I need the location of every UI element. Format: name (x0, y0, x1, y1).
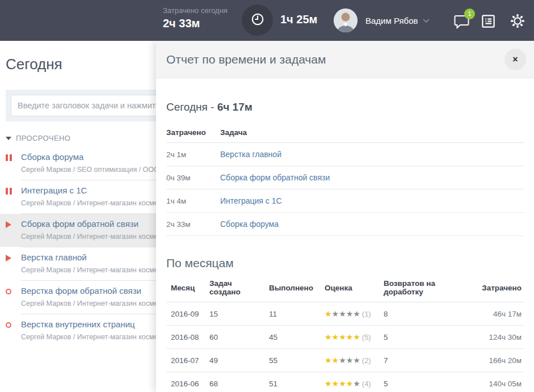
task-link[interactable]: Сборка форума (220, 220, 279, 229)
play-icon[interactable] (6, 254, 14, 262)
task-link[interactable]: Интеграция с 1С (220, 196, 282, 205)
play-icon[interactable] (6, 221, 14, 228)
returns-cell: 8 (379, 302, 476, 326)
done-cell: 55 (264, 349, 320, 372)
spent-time: 2ч 33м (166, 213, 220, 236)
spent-today: Затрачено сегодня 2ч 33м (163, 6, 228, 30)
monthly-table: Месяц Задач создано Выполнено Оценка Воз… (166, 273, 524, 392)
rating-stars: ★★★★★(2) (325, 356, 371, 365)
col-returns: Возвратов на доработку (379, 273, 476, 302)
created-cell: 60 (205, 326, 264, 349)
user-name: Вадим Рябов (365, 16, 418, 26)
col-month: Месяц (166, 273, 205, 302)
spent-time: 0ч 39м (166, 166, 220, 189)
circle-icon[interactable] (6, 321, 14, 328)
col-rating: Оценка (320, 273, 379, 302)
table-row: 1ч 4м Интеграция с 1С (166, 189, 524, 213)
chat-unread-badge: 1 (464, 9, 475, 19)
timer-button[interactable] (242, 5, 273, 36)
chevron-down-icon (423, 19, 430, 23)
rating-stars: ★★★★★(5) (325, 332, 371, 342)
chat-button[interactable]: 1 (453, 14, 471, 32)
user-menu[interactable]: Вадим Рябов (334, 9, 430, 32)
table-row: 2016-08 60 45 ★★★★★(5) 5 124ч 30м (166, 326, 524, 349)
month-cell: 2016-08 (166, 326, 205, 349)
report-list-icon (481, 14, 496, 31)
close-icon: × (512, 55, 518, 64)
pause-icon[interactable] (6, 154, 14, 161)
collapse-triangle-icon (6, 137, 11, 140)
col-spent: Затрачено (476, 273, 524, 302)
table-row: 2ч 33м Сборка форума (166, 213, 524, 236)
created-cell: 68 (205, 372, 264, 392)
avatar (334, 9, 358, 32)
done-cell: 51 (264, 372, 320, 392)
spent-cell: 140ч 05м (476, 372, 524, 392)
spent-today-label: Затрачено сегодня (163, 6, 228, 15)
gear-icon (510, 13, 525, 31)
month-cell: 2016-07 (166, 349, 205, 372)
today-total: Сегодня - 6ч 17м (166, 101, 524, 113)
returns-cell: 5 (379, 372, 476, 392)
monthly-title: По месяцам (166, 256, 524, 270)
spent-time: 1ч 4м (166, 189, 220, 213)
done-cell: 11 (264, 302, 320, 326)
spent-today-value: 2ч 33м (163, 17, 228, 30)
timer-value: 1ч 25м (280, 13, 317, 26)
created-cell: 15 (205, 302, 264, 326)
report-panel-title: Отчет по времени и задачам (166, 53, 504, 66)
today-table: Затрачено Задача 2ч 1м Верстка главной 0… (166, 123, 524, 236)
spent-cell: 46ч 17м (476, 302, 524, 326)
today-total-label: Сегодня - (166, 101, 217, 113)
returns-cell: 5 (379, 326, 476, 349)
table-row: 0ч 39м Сборка форм обратной связи (166, 166, 524, 189)
table-row: 2016-07 49 55 ★★★★★(2) 7 166ч 20м (166, 349, 524, 372)
rating-stars: ★★★★★(4) (325, 379, 371, 388)
section-overdue-label: ПРОСРОЧЕНО (16, 134, 70, 142)
created-cell: 49 (205, 349, 264, 372)
reports-button[interactable] (481, 15, 496, 30)
table-row: 2016-09 15 11 ★★★★★(1) 8 46ч 17м (166, 302, 524, 326)
spent-cell: 166ч 20м (476, 349, 524, 372)
report-panel-body: Сегодня - 6ч 17м Затрачено Задача 2ч 1м … (156, 101, 534, 392)
circle-icon[interactable] (6, 288, 14, 295)
done-cell: 45 (264, 326, 320, 349)
settings-button[interactable] (509, 14, 526, 31)
today-col-spent: Затрачено (166, 123, 220, 143)
topbar: Затрачено сегодня 2ч 33м 1ч 25м Вадим Ря… (0, 0, 534, 41)
spent-time: 2ч 1м (166, 143, 220, 166)
task-link[interactable]: Сборка форм обратной связи (220, 173, 330, 182)
table-row: 2016-06 68 51 ★★★★★(4) 5 140ч 05м (166, 372, 524, 392)
month-cell: 2016-06 (166, 372, 205, 392)
today-col-task: Задача (220, 123, 524, 143)
table-row: 2ч 1м Верстка главной (166, 143, 524, 166)
today-total-value: 6ч 17м (217, 101, 253, 113)
report-panel: Отчет по времени и задачам × Сегодня - 6… (156, 41, 534, 392)
pause-icon[interactable] (6, 187, 14, 195)
col-created: Задач создано (205, 273, 264, 302)
col-done: Выполнено (264, 273, 320, 302)
report-panel-header: Отчет по времени и задачам × (156, 41, 534, 78)
close-button[interactable]: × (504, 49, 526, 70)
spent-cell: 124ч 30м (476, 326, 524, 349)
month-cell: 2016-09 (166, 302, 205, 326)
task-link[interactable]: Верстка главной (220, 150, 281, 159)
returns-cell: 7 (379, 349, 476, 372)
clock-icon (250, 12, 265, 29)
rating-stars: ★★★★★(1) (325, 309, 371, 318)
